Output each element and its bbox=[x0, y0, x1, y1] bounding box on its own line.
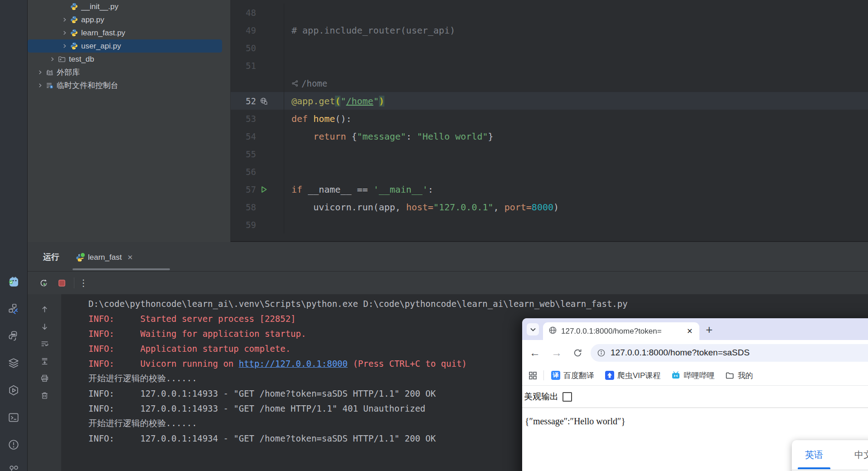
trash-icon[interactable] bbox=[28, 387, 61, 404]
endpoint-gutter-icon[interactable] bbox=[256, 97, 272, 105]
chevron-right-icon[interactable] bbox=[59, 29, 69, 37]
browser-tab[interactable]: 127.0.0.1:8000/home?token= ✕ bbox=[543, 322, 699, 340]
line-number: 48 bbox=[231, 8, 256, 18]
branch-icon[interactable] bbox=[8, 464, 19, 471]
project-tree-panel: __init__.pyapp.pylearn_fast.pyuser_api.p… bbox=[28, 0, 230, 242]
editor-gutter[interactable]: 54 bbox=[231, 127, 284, 145]
code-line-56: 56 bbox=[231, 163, 868, 180]
url-bar[interactable]: 127.0.0.1:8000/home?token=saSDS bbox=[591, 344, 868, 362]
code-text: return {"message": "Hello world"} bbox=[284, 131, 494, 142]
bookmark-bilibili[interactable]: 哔哩哔哩 bbox=[671, 370, 714, 381]
bookmark-baidu-translate[interactable]: 译百度翻译 bbox=[551, 370, 594, 381]
apps-grid-icon[interactable] bbox=[529, 371, 537, 380]
python-file-icon bbox=[69, 42, 78, 50]
console-gutter bbox=[28, 294, 61, 471]
globe-icon bbox=[548, 326, 557, 336]
scroll-end-icon[interactable] bbox=[28, 352, 61, 369]
terminal-icon[interactable] bbox=[8, 412, 19, 423]
active-tab-indicator bbox=[73, 268, 170, 270]
code-editor[interactable]: 4849# app.include_router(user_api)5051/h… bbox=[231, 0, 868, 242]
code-line-59: 59 bbox=[231, 216, 868, 233]
code-line-58: 58 uvicorn.run(app, host="127.0.0.1", po… bbox=[231, 198, 868, 216]
run-tab-learn-fast[interactable]: learn_fast ✕ bbox=[71, 248, 137, 267]
tree-item-label: user_api.py bbox=[81, 42, 121, 51]
editor-gutter[interactable]: 52 bbox=[231, 92, 284, 110]
editor-gutter[interactable]: 53 bbox=[231, 110, 284, 127]
run-line-icon[interactable] bbox=[256, 185, 272, 194]
reload-button[interactable] bbox=[573, 348, 582, 358]
bookmarks-bar: 译百度翻译爬虫VIP课程哔哩哔哩我的 bbox=[522, 365, 868, 386]
browser-toolbar: ← → 127.0.0.1:8000/home?token=saSDS bbox=[522, 340, 868, 365]
tree-item-__init__-py[interactable]: __init__.py bbox=[28, 0, 230, 13]
editor-gutter[interactable]: 51 bbox=[231, 57, 284, 74]
tool-window-strip bbox=[0, 0, 28, 471]
baidu-translate-icon: 译 bbox=[551, 371, 560, 380]
console-url-link[interactable]: http://127.0.0.1:8000 bbox=[239, 359, 348, 369]
line-number: 52 bbox=[231, 96, 256, 106]
tree-item-label: test_db bbox=[69, 55, 94, 64]
line-number: 59 bbox=[231, 220, 256, 230]
chevron-right-icon[interactable] bbox=[35, 69, 45, 76]
code-line-55: 55 bbox=[231, 145, 868, 163]
pretty-output-checkbox[interactable] bbox=[563, 392, 572, 402]
endpoint-inlay-row: /home bbox=[231, 74, 868, 92]
bookmark-label: 我的 bbox=[737, 370, 753, 381]
layers-icon[interactable] bbox=[8, 357, 19, 369]
structure-arrows-icon[interactable] bbox=[8, 303, 19, 315]
tree-item-user_api-py[interactable]: user_api.py bbox=[28, 39, 222, 53]
editor-gutter[interactable]: 57 bbox=[231, 180, 284, 198]
chevron-right-icon[interactable] bbox=[35, 82, 45, 89]
tree-item--[interactable]: 外部库 bbox=[28, 66, 230, 79]
library-icon bbox=[45, 68, 54, 77]
problems-icon[interactable] bbox=[8, 439, 19, 451]
run-header: 运行 learn_fast ✕ bbox=[28, 242, 868, 272]
tab-search-button[interactable] bbox=[527, 323, 539, 335]
editor-gutter[interactable]: 58 bbox=[231, 198, 284, 216]
tree-item-learn_fast-py[interactable]: learn_fast.py bbox=[28, 26, 230, 39]
code-text: def home(): bbox=[284, 113, 351, 124]
hexagon-play-icon[interactable] bbox=[8, 384, 19, 396]
chevron-right-icon[interactable] bbox=[47, 56, 57, 63]
run-panel-title: 运行 bbox=[43, 252, 59, 262]
editor-gutter[interactable] bbox=[231, 74, 284, 92]
editor-gutter[interactable]: 55 bbox=[231, 145, 284, 163]
bookmark-spider-vip[interactable]: 爬虫VIP课程 bbox=[605, 370, 660, 381]
python-file-icon bbox=[69, 3, 78, 11]
tab-close-icon[interactable]: ✕ bbox=[687, 327, 694, 335]
tree-item-label: 临时文件和控制台 bbox=[57, 80, 118, 91]
more-options-icon[interactable]: ⋮ bbox=[79, 281, 88, 285]
forward-button[interactable]: → bbox=[551, 346, 562, 359]
back-button[interactable]: ← bbox=[529, 346, 540, 359]
printer-icon[interactable] bbox=[28, 369, 61, 387]
tree-item--[interactable]: 临时文件和控制台 bbox=[28, 79, 230, 92]
ai-plugin-icon[interactable] bbox=[8, 277, 19, 288]
line-number: 55 bbox=[231, 149, 256, 159]
translate-brand: Google Translate bbox=[792, 469, 868, 471]
translate-tab-english[interactable]: 英语 bbox=[792, 440, 836, 469]
tree-item-label: app.py bbox=[81, 15, 104, 24]
run-toolbar: ⋮ bbox=[28, 272, 868, 295]
code-line-51: 51 bbox=[231, 57, 868, 74]
run-tab-close-icon[interactable]: ✕ bbox=[127, 253, 133, 262]
code-line-52: 52@app.get("/home") bbox=[231, 92, 868, 110]
editor-gutter[interactable]: 56 bbox=[231, 163, 284, 180]
new-tab-button[interactable]: + bbox=[706, 323, 713, 337]
python-outline-icon[interactable] bbox=[8, 330, 19, 342]
bookmark-folder-dark[interactable]: 我的 bbox=[725, 370, 753, 381]
chevron-right-icon[interactable] bbox=[59, 43, 69, 50]
stop-button[interactable] bbox=[54, 275, 69, 291]
tree-item-test_db[interactable]: test_db bbox=[28, 53, 230, 66]
spider-vip-icon bbox=[605, 371, 614, 380]
rerun-button[interactable] bbox=[36, 275, 51, 291]
editor-gutter[interactable]: 48 bbox=[231, 4, 284, 21]
editor-gutter[interactable]: 50 bbox=[231, 39, 284, 57]
arrow-down-icon[interactable] bbox=[28, 318, 61, 335]
tree-item-app-py[interactable]: app.py bbox=[28, 13, 230, 26]
editor-gutter[interactable]: 49 bbox=[231, 21, 284, 39]
code-line-53: 53def home(): bbox=[231, 110, 868, 127]
chevron-right-icon[interactable] bbox=[59, 16, 69, 24]
arrow-up-icon[interactable] bbox=[28, 301, 61, 318]
soft-wrap-icon[interactable] bbox=[28, 335, 61, 352]
editor-gutter[interactable]: 59 bbox=[231, 216, 284, 233]
translate-tab-chinese[interactable]: 中文 bbox=[836, 440, 868, 469]
